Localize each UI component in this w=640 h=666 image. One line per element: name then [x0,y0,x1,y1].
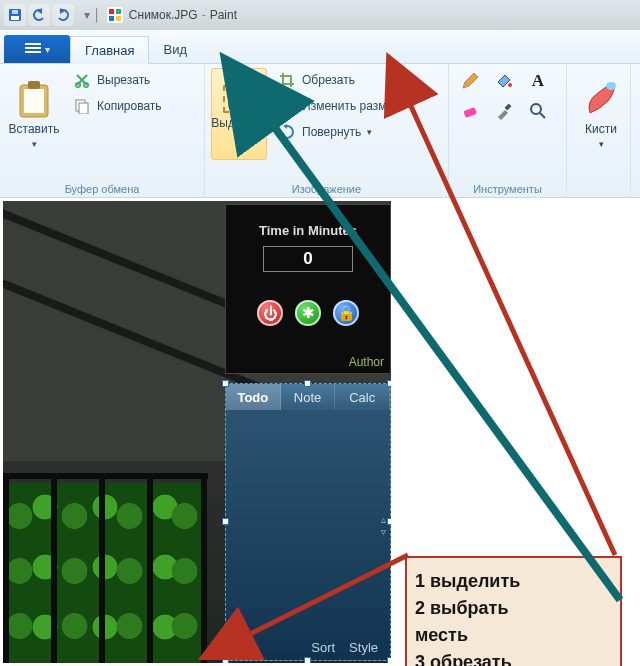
eyedropper-icon [495,102,513,120]
select-marquee-icon [223,85,255,113]
title-separator: - [202,8,206,22]
svg-point-22 [606,82,616,90]
save-icon[interactable] [4,4,26,26]
svg-line-21 [540,113,545,118]
selection-handle[interactable] [304,657,311,663]
group-tools: A Инструменты [449,64,567,197]
cut-label: Вырезать [97,73,150,87]
gadget-style[interactable]: Style [349,640,378,655]
document-image: Time in Minutes 0 ⏻ ✱ 🔒 Author Todo Note… [3,201,391,663]
eraser-icon [461,102,479,120]
rotate-icon [278,123,296,141]
gadget-sort[interactable]: Sort [311,640,335,655]
brushes-label: Кисти [585,122,617,136]
select-button[interactable]: Выделить ▾ [211,68,267,160]
app-name: Paint [210,8,237,22]
group-clipboard: Вставить ▾ Вырезать Копировать Буфер обм… [0,64,205,197]
brushes-button[interactable]: Кисти ▾ [573,68,629,160]
selection-handle[interactable] [222,380,229,387]
group-clipboard-label: Буфер обмена [6,183,198,195]
tab-view[interactable]: Вид [149,35,201,63]
svg-rect-18 [463,107,477,118]
title-divider: ▾ │ [84,8,101,22]
annotation-box: 1 выделить 2 выбрать месть 3 обрезать [405,556,622,666]
magnifier-icon [529,102,547,120]
annotation-line-1: 1 выделить [415,568,612,595]
copy-icon [73,97,91,115]
tab-home-label: Главная [85,43,134,58]
ribbon: Вставить ▾ Вырезать Копировать Буфер обм… [0,64,640,198]
star-icon[interactable]: ✱ [295,300,321,326]
timer-author: Author [349,355,384,369]
svg-point-17 [508,83,512,87]
selection-handle[interactable] [304,380,311,387]
file-menu-button[interactable]: ▾ [4,35,70,63]
timer-gadget: Time in Minutes 0 ⏻ ✱ 🔒 Author [225,204,391,374]
resize-icon [278,97,296,115]
magnifier-tool[interactable] [523,98,553,124]
document-name: Снимок.JPG [129,8,198,22]
window-titlebar: ▾ │ Снимок.JPG - Paint [0,0,640,30]
lock-icon[interactable]: 🔒 [333,300,359,326]
tab-view-label: Вид [163,42,187,57]
picker-tool[interactable] [489,98,519,124]
paste-button[interactable]: Вставить ▾ [6,68,62,160]
text-icon: A [532,71,544,91]
cut-button[interactable]: Вырезать [66,68,169,92]
resize-label: Изменить размер [302,99,400,113]
group-brushes: Кисти ▾ [567,64,631,197]
selection-handle[interactable] [222,518,229,525]
clipboard-icon [17,79,51,119]
annotation-line-4: 3 обрезать [415,649,612,666]
group-tools-label: Инструменты [455,183,560,195]
copy-button[interactable]: Копировать [66,94,169,118]
gadget-tab-todo[interactable]: Todo [226,384,281,410]
pencil-icon [461,72,479,90]
pencil-tool[interactable] [455,68,485,94]
rotate-button[interactable]: Повернуть ▾ [271,120,441,144]
gadget-tab-calc[interactable]: Calc [335,384,390,410]
select-label: Выделить [211,116,266,130]
svg-rect-14 [79,103,88,114]
redo-icon[interactable] [52,4,74,26]
canvas-area[interactable]: Time in Minutes 0 ⏻ ✱ 🔒 Author Todo Note… [0,198,640,666]
selection-handle[interactable] [387,518,391,525]
selection-handle[interactable] [387,657,391,663]
power-icon[interactable]: ⏻ [257,300,283,326]
annotation-line-3: месть [415,622,612,649]
gadget-tab-note[interactable]: Note [281,384,336,410]
ribbon-tabstrip: ▾ Главная Вид [0,30,640,64]
crop-label: Обрезать [302,73,355,87]
annotation-line-2: 2 выбрать [415,595,612,622]
svg-rect-5 [116,9,121,14]
crop-icon [278,71,296,89]
paint-app-icon [107,7,123,23]
scissors-icon [73,71,91,89]
undo-icon[interactable] [28,4,50,26]
selection-handle[interactable] [387,380,391,387]
bucket-icon [495,72,513,90]
notes-gadget: Todo Note Calc ▵▿ Sort Style [225,383,391,661]
copy-label: Копировать [97,99,162,113]
timer-value: 0 [263,246,353,272]
crop-button[interactable]: Обрезать [271,68,441,92]
svg-rect-19 [504,103,511,110]
group-image-label: Изображение [211,183,442,195]
quick-access-toolbar [0,4,78,26]
gadget-side-arrows[interactable]: ▵▿ [381,514,386,538]
svg-rect-1 [11,16,19,20]
timer-title: Time in Minutes [259,223,357,238]
eraser-tool[interactable] [455,98,485,124]
resize-button[interactable]: Изменить размер [271,94,441,118]
selection-handle[interactable] [222,657,229,663]
svg-rect-9 [24,89,44,113]
fill-tool[interactable] [489,68,519,94]
text-tool[interactable]: A [523,68,553,94]
rotate-label: Повернуть [302,125,361,139]
svg-rect-7 [116,16,121,21]
svg-rect-6 [109,16,114,21]
group-image: Выделить ▾ Обрезать Изменить размер Пове… [205,64,449,197]
brush-icon [584,79,618,119]
svg-point-20 [531,104,541,114]
tab-home[interactable]: Главная [70,36,149,64]
